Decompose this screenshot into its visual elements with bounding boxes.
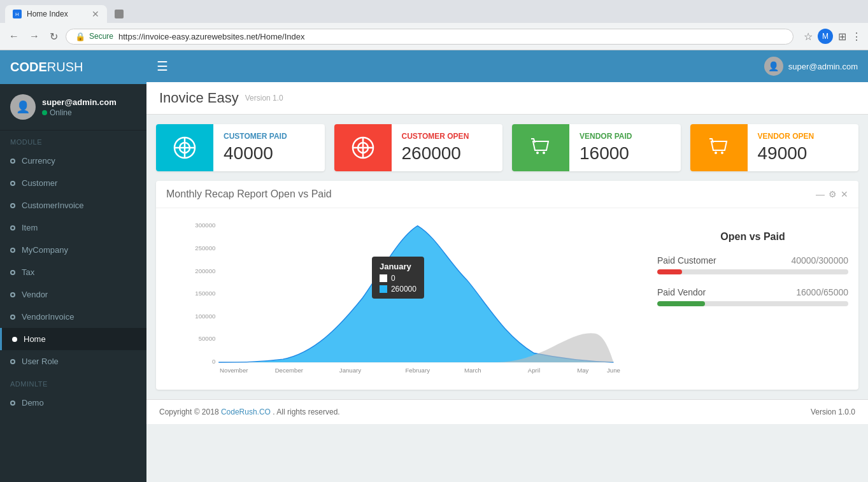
stat-card-customer-open[interactable]: CUSTOMER OPEN 260000 xyxy=(334,124,503,171)
paid-customer-value: 40000/300000 xyxy=(791,255,848,266)
page-title: Inovice Easy xyxy=(159,90,239,106)
chart-section: Monthly Recap Report Open vs Paid — ⚙ ✕ … xyxy=(156,181,858,390)
sidebar-item-home-label: Home xyxy=(24,334,46,344)
mycompany-dot-icon xyxy=(10,248,15,253)
footer-copyright: Copyright © 2018 CodeRush.CO . All right… xyxy=(159,408,340,416)
svg-point-11 xyxy=(721,152,723,154)
stat-card-vendor-paid[interactable]: VENDOR PAID 16000 xyxy=(512,124,681,171)
sidebar-item-customer-label: Customer xyxy=(22,178,57,188)
sidebar-user-info: super@admin.com Online xyxy=(42,97,117,117)
module-section-label: MODULE xyxy=(0,131,146,150)
sidebar-brand[interactable]: CODERUSH xyxy=(0,50,146,84)
legend-item-paid-vendor: Paid Vendor 16000/65000 xyxy=(657,287,848,306)
sidebar-item-demo-label: Demo xyxy=(22,398,44,408)
stat-cards: CUSTOMER PAID 40000 CUSTOMER OPEN 260000 xyxy=(146,115,868,181)
sidebar-item-currency[interactable]: Currency xyxy=(0,150,146,172)
secure-label: Secure xyxy=(89,32,113,41)
customer-open-icon xyxy=(334,124,392,171)
svg-text:May: May xyxy=(577,367,588,374)
chart-tooltip: January 0 260000 xyxy=(372,257,424,299)
sidebar-item-item[interactable]: Item xyxy=(0,216,146,239)
svg-text:November: November xyxy=(220,367,248,374)
sidebar: CODERUSH 👤 super@admin.com Online MODULE… xyxy=(0,50,146,482)
sidebar-item-demo[interactable]: Demo xyxy=(0,392,146,414)
home-dot-icon xyxy=(12,337,17,342)
sidebar-item-tax[interactable]: Tax xyxy=(0,261,146,283)
sidebar-item-tax-label: Tax xyxy=(22,267,34,277)
sidebar-item-customerinvoice[interactable]: CustomerInvoice xyxy=(0,194,146,216)
lock-icon: 🔒 xyxy=(75,32,85,41)
svg-text:June: June xyxy=(607,367,620,374)
svg-text:April: April xyxy=(528,367,540,374)
tooltip-item-0: 0 xyxy=(380,274,416,283)
hamburger-button[interactable]: ☰ xyxy=(157,59,168,74)
bookmark-button[interactable]: ☆ xyxy=(804,31,813,43)
main-area: ☰ 👤 super@admin.com Inovice Easy Version… xyxy=(146,50,868,482)
menu-button[interactable]: ⋮ xyxy=(851,31,862,43)
topbar-username: super@admin.com xyxy=(788,62,858,71)
stat-card-customer-paid[interactable]: CUSTOMER PAID 40000 xyxy=(156,124,325,171)
vendor-dot-icon xyxy=(10,292,15,297)
svg-point-8 xyxy=(536,152,539,154)
svg-text:250000: 250000 xyxy=(195,245,215,252)
brand-text: CODERUSH xyxy=(10,60,83,74)
svg-text:February: February xyxy=(406,367,430,374)
sidebar-item-customer[interactable]: Customer xyxy=(0,172,146,194)
userrole-dot-icon xyxy=(10,359,15,364)
vendor-open-info: VENDOR OPEN 49000 xyxy=(748,124,825,171)
customer-open-label: CUSTOMER OPEN xyxy=(402,132,469,141)
chart-close-button[interactable]: ✕ xyxy=(841,189,848,199)
app-container: CODERUSH 👤 super@admin.com Online MODULE… xyxy=(0,50,868,482)
browser-chrome: H Home Index ✕ ✕ ← → ↻ 🔒 Secure https://… xyxy=(0,0,868,50)
sidebar-item-userrole[interactable]: User Role xyxy=(0,350,146,372)
forward-button[interactable]: → xyxy=(27,28,42,45)
url-text: https://invoice-easy.azurewebsites.net/H… xyxy=(118,32,304,41)
svg-text:January: January xyxy=(339,367,361,374)
extensions-button[interactable]: ⊞ xyxy=(838,31,846,43)
topbar: ☰ 👤 super@admin.com xyxy=(146,50,868,82)
chart-controls: — ⚙ ✕ xyxy=(816,189,848,199)
sidebar-item-home[interactable]: Home xyxy=(0,328,146,350)
tooltip-value-0: 0 xyxy=(391,274,395,283)
paid-customer-name: Paid Customer xyxy=(657,255,716,266)
stat-card-vendor-open[interactable]: VENDOR OPEN 49000 xyxy=(690,124,859,171)
url-bar[interactable]: 🔒 Secure https://invoice-easy.azurewebsi… xyxy=(66,29,793,45)
sidebar-item-item-label: Item xyxy=(22,223,38,232)
tab-favicon: H xyxy=(13,10,22,18)
legend-title: Open vs Paid xyxy=(657,231,848,243)
tooltip-swatch-0 xyxy=(380,274,387,282)
svg-point-9 xyxy=(543,152,545,154)
topbar-user[interactable]: 👤 super@admin.com xyxy=(764,57,858,76)
browser-icons: ☆ M ⊞ ⋮ xyxy=(804,29,862,44)
back-button[interactable]: ← xyxy=(6,28,22,45)
chart-minimize-button[interactable]: — xyxy=(816,189,825,199)
paid-vendor-fill xyxy=(657,301,705,306)
svg-point-10 xyxy=(715,152,717,154)
chart-settings-button[interactable]: ⚙ xyxy=(829,189,837,199)
paid-customer-fill xyxy=(657,269,682,274)
svg-text:100000: 100000 xyxy=(195,313,215,320)
inactive-tab[interactable]: ✕ xyxy=(107,5,209,23)
legend-paid-vendor-label: Paid Vendor 16000/65000 xyxy=(657,287,848,297)
customerinvoice-dot-icon xyxy=(10,203,15,208)
active-tab[interactable]: H Home Index ✕ xyxy=(5,5,107,23)
sidebar-item-mycompany-label: MyCompany xyxy=(22,245,68,255)
refresh-button[interactable]: ↻ xyxy=(47,28,60,45)
svg-text:150000: 150000 xyxy=(195,290,215,297)
sidebar-item-currency-label: Currency xyxy=(22,156,55,166)
tab-close-button[interactable]: ✕ xyxy=(92,9,99,19)
svg-text:200000: 200000 xyxy=(195,267,215,274)
sidebar-status: Online xyxy=(42,108,117,117)
sidebar-item-vendorinvoice[interactable]: VendorInvoice xyxy=(0,306,146,328)
sidebar-username: super@admin.com xyxy=(42,97,117,107)
content-header: Inovice Easy Version 1.0 xyxy=(146,82,868,115)
status-label: Online xyxy=(50,108,72,117)
sidebar-item-vendor[interactable]: Vendor xyxy=(0,283,146,306)
paid-vendor-track xyxy=(657,301,848,306)
footer-copyright-text: Copyright © 2018 xyxy=(159,408,221,416)
profile-button[interactable]: M xyxy=(818,29,833,44)
footer-brand-link[interactable]: CodeRush.CO xyxy=(221,408,271,416)
svg-text:0: 0 xyxy=(212,358,215,365)
sidebar-item-mycompany[interactable]: MyCompany xyxy=(0,239,146,261)
vendor-open-icon xyxy=(690,124,748,171)
